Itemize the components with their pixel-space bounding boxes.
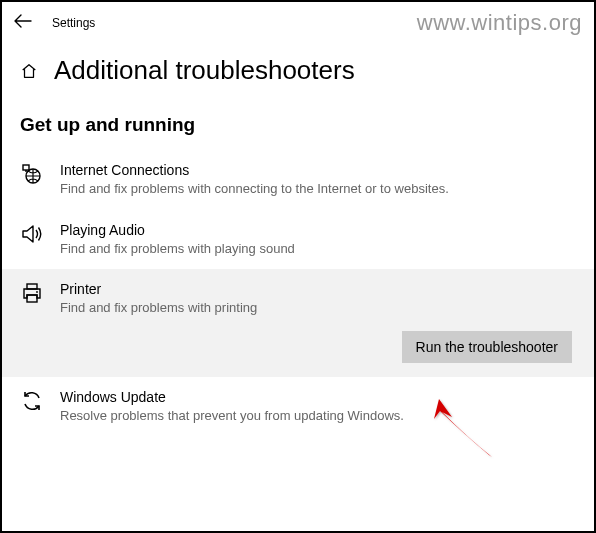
app-title: Settings	[52, 16, 95, 30]
svg-point-5	[36, 291, 38, 293]
troubleshooter-windows-update[interactable]: Windows Update Resolve problems that pre…	[2, 377, 594, 437]
troubleshooter-playing-audio[interactable]: Playing Audio Find and fix problems with…	[2, 210, 594, 270]
troubleshooter-internet-connections[interactable]: Internet Connections Find and fix proble…	[2, 150, 594, 210]
troubleshooter-title: Playing Audio	[60, 222, 295, 238]
section-heading: Get up and running	[2, 96, 594, 150]
troubleshooter-desc: Find and fix problems with connecting to…	[60, 180, 449, 198]
svg-rect-3	[27, 284, 37, 289]
watermark-text: www.wintips.org	[417, 10, 582, 36]
printer-icon	[20, 281, 44, 305]
run-troubleshooter-button[interactable]: Run the troubleshooter	[402, 331, 572, 363]
back-button[interactable]	[14, 14, 32, 31]
globe-icon	[20, 162, 44, 186]
sync-icon	[20, 389, 44, 413]
troubleshooter-desc: Find and fix problems with playing sound	[60, 240, 295, 258]
troubleshooter-desc: Resolve problems that prevent you from u…	[60, 407, 404, 425]
svg-rect-4	[27, 295, 37, 302]
svg-rect-1	[23, 165, 29, 170]
troubleshooter-desc: Find and fix problems with printing	[60, 299, 257, 317]
troubleshooter-title: Windows Update	[60, 389, 404, 405]
page-title: Additional troubleshooters	[54, 55, 355, 86]
troubleshooter-list: Internet Connections Find and fix proble…	[2, 150, 594, 436]
speaker-icon	[20, 222, 44, 246]
troubleshooter-printer[interactable]: Printer Find and fix problems with print…	[2, 269, 594, 377]
troubleshooter-title: Internet Connections	[60, 162, 449, 178]
home-icon[interactable]	[20, 62, 38, 80]
troubleshooter-title: Printer	[60, 281, 257, 297]
